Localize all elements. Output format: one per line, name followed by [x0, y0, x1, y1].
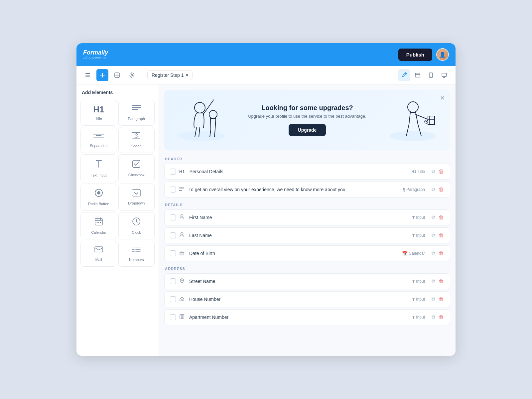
row-actions-5: ⧉ 🗑 [431, 250, 445, 257]
row-street-label: Street Name [189, 279, 409, 284]
element-radio-label: Radio Button [88, 202, 109, 206]
element-separation-label: Separation [90, 144, 107, 148]
row-copy-btn-3[interactable]: ⧉ [431, 214, 436, 221]
row-apartment-number: Apartment Number T Input ⧉ 🗑 [164, 309, 450, 325]
row-checkbox-5[interactable] [170, 250, 176, 256]
svg-point-12 [431, 76, 431, 77]
row-type-calendar: 📅 Calendar [402, 251, 425, 256]
row-copy-btn-6[interactable]: ⧉ [431, 278, 436, 285]
elements-grid: H1 Title Paragraph [80, 100, 155, 267]
element-checkbox[interactable]: Checkbox [118, 154, 155, 182]
element-numbers[interactable]: Numbers [118, 241, 155, 267]
row-copy-btn-4[interactable]: ⧉ [431, 232, 436, 239]
row-paragraph-label: To get an overall view on your experienc… [189, 187, 399, 192]
row-checkbox-6[interactable] [170, 278, 176, 284]
row-actions-8: ⧉ 🗑 [431, 314, 445, 321]
element-separation[interactable]: Separation [80, 127, 117, 153]
svg-rect-56 [179, 189, 184, 189]
row-checkbox-4[interactable] [170, 232, 176, 238]
row-checkbox-2[interactable] [170, 187, 176, 193]
sidebar-title: Add Elements [80, 90, 155, 95]
upgrade-button[interactable]: Upgrade [289, 124, 326, 136]
row-copy-btn-8[interactable]: ⧉ [431, 314, 436, 321]
toolbar-table-icon[interactable] [111, 69, 123, 81]
publish-button[interactable]: Publish [398, 49, 432, 61]
row-copy-btn-5[interactable]: ⧉ [431, 250, 436, 257]
row-delete-btn-3[interactable]: 🗑 [438, 214, 445, 221]
row-building-icon [179, 314, 185, 321]
element-paragraph[interactable]: Paragraph [118, 100, 155, 126]
view-desktop-icon[interactable] [438, 69, 450, 81]
step-selector[interactable]: Register Step 1 ▾ [147, 70, 193, 80]
row-checkbox-7[interactable] [170, 296, 176, 302]
svg-rect-24 [132, 139, 140, 140]
view-edit-icon[interactable] [398, 69, 410, 81]
svg-rect-0 [85, 73, 90, 74]
row-delete-btn-8[interactable]: 🗑 [438, 314, 445, 321]
app-header: Formally בנה טפסים בקלות Publish 👤 [76, 43, 456, 66]
row-apartment-label: Apartment Number [189, 315, 409, 320]
row-delete-btn-7[interactable]: 🗑 [438, 296, 445, 303]
text-input-icon [95, 159, 103, 171]
element-clock[interactable]: Clock [118, 212, 155, 239]
row-last-name: Last Name T Input ⧉ 🗑 [164, 227, 450, 243]
row-checkbox-3[interactable] [170, 214, 176, 220]
svg-point-29 [97, 191, 100, 195]
element-radio[interactable]: Radio Button [80, 184, 117, 211]
element-text-input[interactable]: Text Input [80, 154, 117, 182]
toolbar-list-icon[interactable] [82, 69, 94, 81]
row-copy-btn-1[interactable]: ⧉ [431, 168, 436, 175]
toolbar-settings-icon[interactable] [126, 69, 138, 81]
paragraph-icon [132, 105, 141, 114]
element-calendar[interactable]: Calendar [80, 212, 117, 239]
banner-title: Looking for some upgrades? [228, 104, 386, 112]
row-checkbox-8[interactable] [170, 314, 176, 320]
view-icons [398, 69, 450, 81]
clock-icon [132, 217, 141, 228]
row-delete-btn-5[interactable]: 🗑 [438, 250, 445, 257]
element-clock-label: Clock [132, 230, 141, 234]
row-copy-btn-7[interactable]: ⧉ [431, 296, 436, 303]
toolbar: Register Step 1 ▾ [76, 66, 456, 84]
row-delete-btn-2[interactable]: 🗑 [438, 186, 445, 193]
row-house-number: House Number T Input ⧉ 🗑 [164, 291, 450, 307]
upgrade-banner: ✕ [164, 90, 450, 150]
element-space[interactable]: Space [118, 127, 155, 153]
element-dropdown[interactable]: Dropdown [118, 184, 155, 211]
view-tablet-icon[interactable] [425, 69, 437, 81]
user-avatar[interactable]: 👤 [436, 48, 449, 61]
svg-rect-70 [181, 317, 182, 317]
row-location-icon [179, 278, 185, 285]
banner-close-button[interactable]: ✕ [440, 94, 445, 102]
svg-rect-18 [132, 109, 138, 110]
svg-rect-27 [133, 160, 140, 168]
element-title[interactable]: H1 Title [80, 100, 117, 126]
view-preview-icon[interactable] [412, 69, 424, 81]
svg-rect-57 [179, 190, 182, 191]
element-mail[interactable]: Mail [80, 241, 117, 267]
svg-rect-69 [182, 315, 183, 316]
row-actions-6: ⧉ 🗑 [431, 278, 445, 285]
row-delete-btn-4[interactable]: 🗑 [438, 232, 445, 239]
svg-point-51 [390, 131, 436, 141]
element-space-label: Space [131, 144, 142, 148]
svg-rect-19 [93, 134, 104, 135]
section-address-label: ADDRESS [164, 267, 450, 271]
row-delete-btn-6[interactable]: 🗑 [438, 278, 445, 285]
svg-rect-66 [181, 300, 183, 301]
main-area: Add Elements H1 Title P [76, 84, 456, 356]
dropdown-icon [132, 189, 141, 199]
svg-rect-17 [132, 107, 141, 108]
banner-text: Looking for some upgrades? Upgrade your … [228, 104, 386, 136]
svg-point-58 [181, 215, 183, 217]
toolbar-add-icon[interactable] [96, 69, 108, 81]
row-dob-label: Date of Birth [189, 251, 399, 256]
svg-rect-67 [180, 315, 184, 319]
element-calendar-label: Calendar [91, 230, 106, 234]
row-copy-btn-2[interactable]: ⧉ [431, 186, 436, 193]
svg-point-36 [98, 222, 99, 223]
row-delete-btn-1[interactable]: 🗑 [438, 168, 445, 175]
svg-rect-1 [85, 75, 90, 75]
row-checkbox-1[interactable] [170, 169, 176, 175]
svg-point-37 [100, 222, 101, 223]
